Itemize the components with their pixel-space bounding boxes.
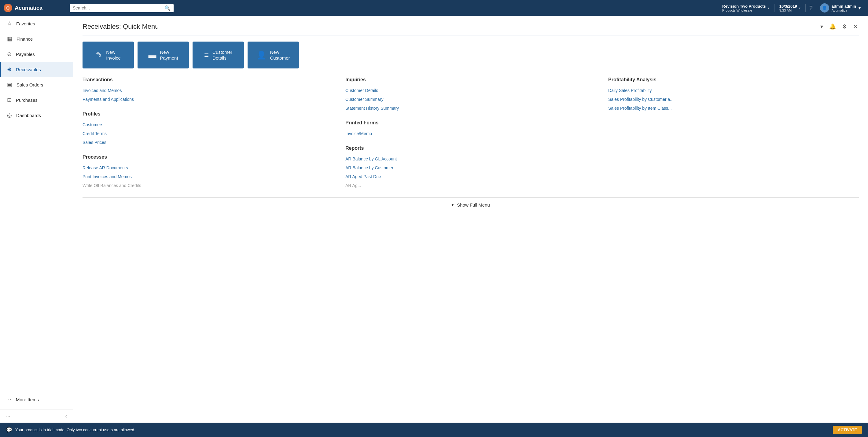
quick-actions-row: ✎ NewInvoice ▬ NewPayment ≡ CustomerDeta… <box>83 41 859 68</box>
sidebar-label-finance: Finance <box>17 36 33 41</box>
printed-forms-section: Printed Forms Invoice/Memo <box>345 120 596 138</box>
link-daily-sales-profitability[interactable]: Daily Sales Profitability <box>608 86 859 95</box>
sidebar-footer: ··· ‹ <box>0 409 73 423</box>
link-sales-profitability-item[interactable]: Sales Profitability by Item Class... <box>608 104 859 113</box>
profitability-section: Profitability Analysis Daily Sales Profi… <box>608 77 859 113</box>
sidebar-label-favorites: Favorites <box>16 21 35 26</box>
link-customer-details[interactable]: Customer Details <box>345 86 596 95</box>
company-name: Revision Two Products <box>722 4 766 8</box>
close-icon[interactable]: ✕ <box>852 22 859 31</box>
link-print-invoices[interactable]: Print Invoices and Memos <box>83 173 333 181</box>
quick-menu-header: Receivables: Quick Menu ▾ 🔔 ⚙ ✕ <box>83 22 859 35</box>
link-invoice-memo[interactable]: Invoice/Memo <box>345 129 596 138</box>
customer-details-label: CustomerDetails <box>212 49 232 61</box>
sidebar-item-receivables[interactable]: ⊕ Receivables <box>0 62 73 77</box>
sidebar-item-dashboards[interactable]: ◎ Dashboards <box>0 107 73 123</box>
quick-menu-title: Receivables: Quick Menu <box>83 23 159 31</box>
sidebar-collapse-icon[interactable]: ‹ <box>65 413 67 419</box>
link-release-ar-documents[interactable]: Release AR Documents <box>83 163 333 173</box>
column-1: Transactions Invoices and Memos Payments… <box>83 77 333 197</box>
reports-title: Reports <box>345 146 596 151</box>
show-full-menu-label: Show Full Menu <box>457 202 490 208</box>
sales-orders-icon: ▣ <box>7 81 12 88</box>
new-payment-label: NewPayment <box>160 49 178 61</box>
company-section[interactable]: Revision Two Products Products Wholesale… <box>717 4 774 12</box>
link-ar-balance-gl[interactable]: AR Balance by GL Account <box>345 155 596 163</box>
sidebar-item-more-items[interactable]: ⋯ More Items <box>0 392 73 407</box>
search-bar[interactable]: 🔍 <box>70 4 174 12</box>
new-invoice-button[interactable]: ✎ NewInvoice <box>83 41 134 68</box>
datetime-section[interactable]: 10/3/2019 9:33 AM ▾ <box>774 4 806 12</box>
sidebar-item-payables[interactable]: ⊖ Payables <box>0 46 73 62</box>
customer-details-button[interactable]: ≡ CustomerDetails <box>192 41 244 68</box>
link-write-off-balances: Write Off Balances and Credits <box>83 181 333 190</box>
activate-button[interactable]: ACTIVATE <box>833 426 862 434</box>
link-statement-history[interactable]: Statement History Summary <box>345 104 596 113</box>
company-chevron-icon[interactable]: ▾ <box>768 6 769 10</box>
sidebar-dots-icon[interactable]: ··· <box>6 413 10 419</box>
new-payment-button[interactable]: ▬ NewPayment <box>137 41 189 68</box>
finance-icon: ▦ <box>7 35 12 42</box>
column-3: Profitability Analysis Daily Sales Profi… <box>608 77 859 197</box>
processes-section: Processes Release AR Documents Print Inv… <box>83 154 333 190</box>
inquiries-section: Inquiries Customer Details Customer Summ… <box>345 77 596 113</box>
receivables-icon: ⊕ <box>7 66 11 73</box>
dashboards-icon: ◎ <box>7 112 12 119</box>
quick-menu-actions: ▾ 🔔 ⚙ ✕ <box>819 22 859 31</box>
status-bar-left: 💬 Your product is in trial mode. Only tw… <box>6 427 135 433</box>
new-customer-label: NewCustomer <box>270 49 290 61</box>
pin-icon[interactable]: 🔔 <box>828 22 837 31</box>
link-ar-aged-past-due[interactable]: AR Aged Past Due <box>345 173 596 181</box>
main-layout: ☆ Favorites ▦ Finance ⊖ Payables ⊕ Recei… <box>0 16 868 423</box>
logo-icon: Q <box>4 4 12 12</box>
topbar-right: Revision Two Products Products Wholesale… <box>717 3 864 12</box>
column-2: Inquiries Customer Details Customer Summ… <box>345 77 596 197</box>
datetime-chevron-icon[interactable]: ▾ <box>799 6 801 10</box>
link-credit-terms[interactable]: Credit Terms <box>83 129 333 138</box>
link-payments-applications[interactable]: Payments and Applications <box>83 95 333 104</box>
topbar: Q Acumatica 🔍 Revision Two Products Prod… <box>0 0 868 16</box>
time-display: 9:33 AM <box>779 8 797 12</box>
user-chevron-icon[interactable]: ▾ <box>859 5 861 10</box>
sidebar-label-payables: Payables <box>16 52 35 57</box>
link-customer-summary[interactable]: Customer Summary <box>345 95 596 104</box>
favorites-icon: ☆ <box>7 20 12 27</box>
logo-text: Acumatica <box>15 5 42 11</box>
new-invoice-icon: ✎ <box>96 51 102 60</box>
link-invoices-memos[interactable]: Invoices and Memos <box>83 86 333 95</box>
settings-icon[interactable]: ⚙ <box>841 22 848 31</box>
avatar: 👤 <box>820 3 829 12</box>
sidebar-item-finance[interactable]: ▦ Finance <box>0 31 73 46</box>
profiles-title: Profiles <box>83 111 333 117</box>
search-input[interactable] <box>73 5 162 10</box>
link-ar-balance-customer[interactable]: AR Balance by Customer <box>345 163 596 173</box>
search-icon[interactable]: 🔍 <box>164 5 170 11</box>
link-ar-aged-2: AR Ag... <box>345 181 596 190</box>
show-full-menu-chevron-icon: ▾ <box>452 202 454 208</box>
new-customer-icon: 👤 <box>256 51 266 60</box>
sidebar-item-favorites[interactable]: ☆ Favorites <box>0 16 73 31</box>
link-sales-profitability-customer[interactable]: Sales Profitability by Customer a... <box>608 95 859 104</box>
status-icon: 💬 <box>6 427 12 433</box>
sidebar-label-dashboards: Dashboards <box>16 113 41 118</box>
sidebar-item-sales-orders[interactable]: ▣ Sales Orders <box>0 77 73 92</box>
link-sales-prices[interactable]: Sales Prices <box>83 138 333 147</box>
content-area: Receivables: Quick Menu ▾ 🔔 ⚙ ✕ ✎ NewInv… <box>73 16 868 423</box>
user-section[interactable]: 👤 admin admin Acumatica ▾ <box>816 3 864 12</box>
date-display: 10/3/2019 <box>779 4 797 8</box>
help-icon[interactable]: ? <box>806 5 816 11</box>
show-full-menu-bar[interactable]: ▾ Show Full Menu <box>83 197 859 212</box>
new-payment-icon: ▬ <box>148 51 156 60</box>
logo-area[interactable]: Q Acumatica <box>4 4 65 12</box>
link-customers[interactable]: Customers <box>83 120 333 129</box>
reports-section: Reports AR Balance by GL Account AR Bala… <box>345 146 596 190</box>
new-customer-button[interactable]: 👤 NewCustomer <box>248 41 299 68</box>
quick-menu-panel: Receivables: Quick Menu ▾ 🔔 ⚙ ✕ ✎ NewInv… <box>73 16 868 423</box>
company-sub: Products Wholesale <box>722 8 766 12</box>
dropdown-icon[interactable]: ▾ <box>819 22 824 31</box>
transactions-section: Transactions Invoices and Memos Payments… <box>83 77 333 104</box>
more-items-icon: ⋯ <box>6 396 11 403</box>
sections-grid: Transactions Invoices and Memos Payments… <box>83 77 859 197</box>
sidebar-item-purchases[interactable]: ⊡ Purchases <box>0 92 73 107</box>
status-message: Your product is in trial mode. Only two … <box>15 428 135 432</box>
